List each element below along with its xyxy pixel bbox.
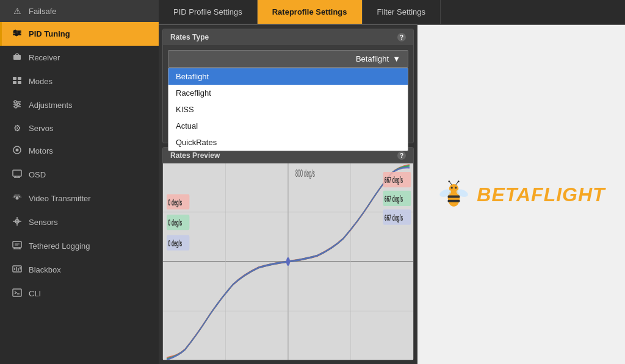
- tab-filter-settings[interactable]: Filter Settings: [363, 0, 441, 24]
- sidebar-item-tethered-logging[interactable]: Tethered Logging: [0, 234, 159, 258]
- svg-point-18: [16, 149, 19, 152]
- sidebar-item-label: CLI: [29, 289, 41, 298]
- dropdown-option-quickrates[interactable]: QuickRates: [168, 134, 408, 151]
- sidebar-item-modes[interactable]: Modes: [0, 70, 159, 93]
- svg-rect-64: [448, 199, 460, 202]
- svg-rect-63: [448, 195, 460, 198]
- tethered-logging-icon: [12, 240, 23, 252]
- svg-text:667 deg/s: 667 deg/s: [385, 174, 403, 185]
- dropdown-option-actual[interactable]: Actual: [168, 118, 408, 134]
- rates-chart: 800 deg/s 0 deg/s 0 deg/s 0 deg/s 667 de…: [163, 163, 413, 360]
- sidebar-item-label: Failsafe: [29, 7, 57, 16]
- sidebar-item-label: Tethered Logging: [29, 241, 90, 251]
- sidebar-item-label: Video Transmitter: [29, 194, 91, 203]
- sidebar-item-pid-tuning[interactable]: PID Tuning: [0, 22, 159, 46]
- motors-icon: [12, 145, 23, 157]
- osd-icon: [12, 169, 23, 180]
- svg-text:0 deg/s: 0 deg/s: [168, 196, 182, 207]
- rates-type-content: Betaflight ▼ Betaflight Raceflight KISS …: [163, 45, 413, 143]
- rates-type-header: Rates Type ?: [163, 29, 413, 45]
- rates-type-dropdown-menu: Betaflight Raceflight KISS Actual QuickR…: [168, 68, 408, 151]
- svg-point-4: [18, 32, 20, 34]
- modes-icon: [12, 76, 23, 87]
- sidebar-item-label: Modes: [29, 77, 52, 86]
- sidebar-item-label: Adjustments: [29, 101, 73, 110]
- svg-point-47: [286, 257, 290, 266]
- sidebar-item-label: Motors: [29, 146, 53, 155]
- sidebar-item-label: Servos: [29, 124, 53, 133]
- rates-type-title: Rates Type: [170, 33, 209, 41]
- svg-point-72: [458, 180, 460, 182]
- sidebar-item-servos[interactable]: ⚙ Servos: [0, 117, 159, 139]
- sidebar-item-label: OSD: [29, 170, 46, 179]
- svg-rect-7: [13, 77, 16, 80]
- svg-point-16: [15, 105, 17, 108]
- svg-point-5: [15, 34, 18, 36]
- svg-rect-10: [18, 81, 21, 84]
- content-area: Rates Type ? Betaflight ▼ Betaflight Rac…: [159, 25, 625, 364]
- sidebar-item-cli[interactable]: CLI: [0, 282, 159, 305]
- svg-point-15: [17, 103, 20, 105]
- tab-pid-profile-settings[interactable]: PID Profile Settings: [159, 0, 258, 24]
- servos-icon: ⚙: [12, 123, 23, 133]
- rates-type-section: Rates Type ? Betaflight ▼ Betaflight Rac…: [162, 29, 414, 143]
- sidebar-item-receiver[interactable]: Receiver: [0, 46, 159, 70]
- rates-type-help-icon[interactable]: ?: [397, 33, 406, 41]
- betaflight-logo-text: BETAFLIGHT: [477, 184, 605, 206]
- betaflight-logo: BETAFLIGHT: [437, 178, 605, 212]
- rates-preview-content: 800 deg/s 0 deg/s 0 deg/s 0 deg/s 667 de…: [163, 163, 413, 360]
- dropdown-option-raceflight[interactable]: Raceflight: [168, 85, 408, 101]
- rates-preview-help-icon[interactable]: ?: [397, 151, 406, 160]
- sidebar-item-video-transmitter[interactable]: Video Transmitter: [0, 187, 159, 210]
- failsafe-icon: ⚠: [12, 6, 23, 16]
- svg-rect-9: [13, 81, 16, 84]
- video-transmitter-icon: [12, 193, 23, 204]
- selected-rate-type: Betaflight: [356, 54, 389, 63]
- svg-text:0 deg/s: 0 deg/s: [168, 238, 182, 249]
- betaflight-bee-icon: [437, 178, 471, 212]
- sidebar-item-label: PID Tuning: [29, 29, 70, 38]
- svg-rect-6: [13, 55, 21, 60]
- sensors-icon: [12, 216, 23, 228]
- dropdown-option-kiss[interactable]: KISS: [168, 101, 408, 118]
- svg-point-68: [455, 187, 457, 188]
- rates-type-dropdown-wrapper: Betaflight ▼ Betaflight Raceflight KISS …: [168, 50, 408, 68]
- svg-point-3: [14, 30, 16, 32]
- svg-rect-27: [13, 241, 21, 248]
- adjustments-icon: [12, 99, 23, 111]
- svg-point-23: [16, 197, 19, 200]
- sidebar-item-label: Blackbox: [29, 265, 61, 274]
- pid-tuning-icon: [12, 28, 23, 40]
- rates-preview-title: Rates Preview: [170, 151, 220, 160]
- sidebar: ⚠ Failsafe PID Tuning Receiver Modes Adj…: [0, 0, 159, 364]
- rates-preview-section: Rates Preview ?: [162, 147, 414, 360]
- svg-rect-19: [13, 170, 21, 176]
- sidebar-item-label: Receiver: [29, 53, 60, 62]
- tab-rateprofile-settings[interactable]: Rateprofile Settings: [258, 0, 363, 24]
- svg-point-71: [449, 180, 450, 182]
- blackbox-icon: [12, 264, 23, 276]
- rates-type-dropdown-button[interactable]: Betaflight ▼: [168, 50, 408, 68]
- cli-icon: [12, 288, 23, 299]
- svg-text:800 deg/s: 800 deg/s: [295, 168, 315, 179]
- tab-bar: PID Profile Settings Rateprofile Setting…: [159, 0, 625, 25]
- svg-text:0 deg/s: 0 deg/s: [168, 217, 182, 228]
- svg-rect-8: [18, 77, 21, 80]
- svg-point-67: [451, 187, 453, 188]
- logo-panel: BETAFLIGHT: [417, 25, 625, 364]
- sidebar-item-osd[interactable]: OSD: [0, 163, 159, 187]
- sidebar-item-blackbox[interactable]: Blackbox: [0, 258, 159, 282]
- dropdown-option-betaflight[interactable]: Betaflight: [168, 68, 408, 85]
- svg-text:667 deg/s: 667 deg/s: [385, 193, 403, 204]
- main-content: PID Profile Settings Rateprofile Setting…: [159, 0, 625, 364]
- sidebar-item-adjustments[interactable]: Adjustments: [0, 93, 159, 117]
- svg-text:667 deg/s: 667 deg/s: [385, 212, 403, 223]
- left-panel: Rates Type ? Betaflight ▼ Betaflight Rac…: [159, 25, 417, 364]
- dropdown-arrow-icon: ▼: [392, 54, 400, 63]
- sidebar-item-label: Sensors: [29, 218, 58, 227]
- sidebar-item-sensors[interactable]: Sensors: [0, 210, 159, 234]
- sidebar-item-failsafe[interactable]: ⚠ Failsafe: [0, 0, 159, 22]
- sidebar-item-motors[interactable]: Motors: [0, 139, 159, 163]
- svg-point-14: [14, 101, 16, 103]
- receiver-icon: [12, 52, 23, 63]
